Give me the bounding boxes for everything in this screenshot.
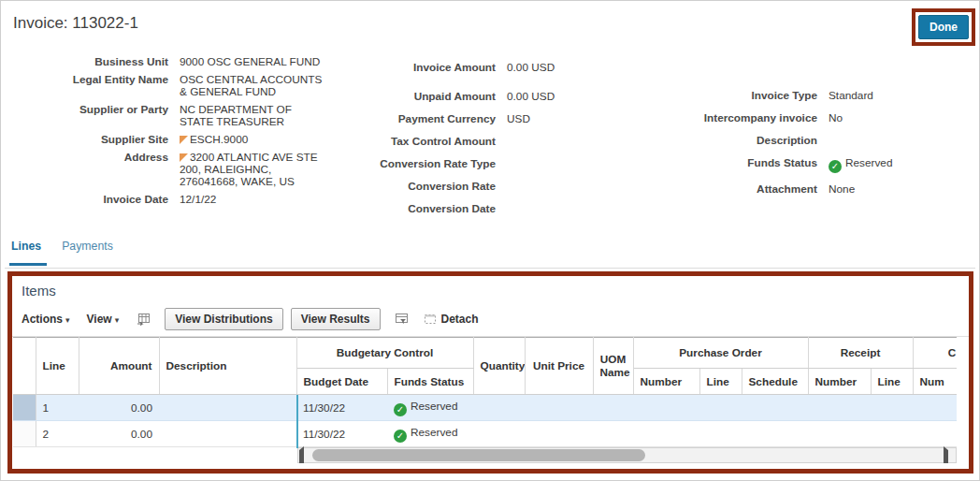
field-label: Tax Control Amount: [339, 136, 496, 148]
field-label: Conversion Rate Type: [339, 158, 496, 170]
row-selector-cell[interactable]: [13, 395, 36, 421]
cell-unit-price: [525, 395, 593, 421]
col-header-amount[interactable]: Amount: [79, 338, 159, 395]
cell-po-line: [699, 395, 742, 421]
field-business-unit: Business Unit 9000 OSC GENERAL FUND: [11, 56, 339, 68]
group-header-consumption: C: [913, 338, 957, 369]
field-value: OSC CENTRAL ACCOUNTS & GENERAL FUND: [180, 74, 324, 98]
field-unpaid-amount: Unpaid Amount 0.00 USD: [339, 91, 619, 103]
view-distributions-button[interactable]: View Distributions: [165, 308, 282, 330]
col-header-quantity[interactable]: Quantity: [473, 338, 525, 395]
field-address: Address 3200 ATLANTIC AVE STE 200, RALEI…: [11, 152, 339, 188]
col-header-receipt-number[interactable]: Number: [808, 369, 871, 395]
done-button[interactable]: Done: [918, 15, 969, 39]
col-header-receipt-line[interactable]: Line: [871, 369, 913, 395]
col-header-consumption-number[interactable]: Num: [913, 369, 957, 395]
row-selector-cell[interactable]: [13, 421, 36, 447]
invoice-page: Invoice: 113022-1 Done Business Unit 900…: [0, 0, 980, 481]
chevron-down-icon: ▾: [115, 315, 120, 325]
col-header-po-line[interactable]: Line: [699, 369, 742, 395]
row-selector-header: [13, 338, 36, 395]
col-header-funds-status[interactable]: Funds Status: [387, 369, 473, 395]
field-description: Description: [666, 135, 965, 147]
col-header-line[interactable]: Line: [36, 338, 79, 395]
field-conversion-date: Conversion Date: [339, 203, 619, 215]
field-label: Invoice Amount: [339, 62, 496, 74]
cell-unit-price: [525, 421, 593, 447]
frozen-columns-divider[interactable]: [296, 395, 298, 448]
query-by-example-icon[interactable]: [394, 312, 410, 327]
col-header-unit-price[interactable]: Unit Price: [525, 338, 593, 395]
items-panel-title: Items: [22, 283, 969, 299]
cell-line: 1: [36, 395, 79, 421]
horizontal-scrollbar[interactable]: [297, 447, 957, 463]
field-label: Conversion Rate: [339, 181, 496, 193]
cell-amount: 0.00: [79, 421, 159, 447]
col-header-po-schedule[interactable]: Schedule: [742, 369, 808, 395]
field-value: NC DEPARTMENT OF STATE TREASURER: [180, 104, 324, 128]
scrollbar-thumb[interactable]: [312, 449, 645, 461]
field-value: Standard: [829, 90, 873, 102]
view-menu[interactable]: View▾: [87, 313, 120, 326]
summary-right-column: Invoice Type Standard Intercompany invoi…: [666, 90, 965, 206]
chevron-down-icon: ▾: [65, 315, 70, 325]
field-tax-control-amount: Tax Control Amount: [339, 136, 619, 148]
field-label: Unpaid Amount: [339, 91, 496, 103]
field-funds-status: Funds Status ✓Reserved: [666, 157, 965, 173]
field-value: None: [829, 183, 855, 196]
view-results-button[interactable]: View Results: [291, 308, 381, 330]
check-circle-icon: ✓: [829, 160, 842, 173]
col-header-description[interactable]: Description: [159, 338, 296, 395]
cell-description: [159, 421, 296, 447]
tab-payments[interactable]: Payments: [62, 240, 113, 260]
cell-funds-status: ✓Reserved: [387, 421, 473, 447]
field-label: Supplier Site: [11, 134, 168, 146]
field-value: 0.00 USD: [507, 91, 555, 103]
tab-lines[interactable]: Lines: [11, 240, 41, 260]
field-invoice-type: Invoice Type Standard: [666, 90, 965, 102]
group-header-purchase-order: Purchase Order: [633, 338, 808, 369]
cell-consumption-number: [913, 395, 957, 421]
field-payment-currency: Payment Currency USD: [339, 113, 619, 125]
table-row[interactable]: 1 0.00 11/30/22 ✓Reserved: [13, 395, 957, 421]
scroll-left-arrow[interactable]: [299, 450, 310, 461]
field-label: Description: [666, 135, 817, 147]
items-table: Line Amount Description Budgetary Contro…: [13, 337, 957, 447]
col-header-budget-date[interactable]: Budget Date: [296, 369, 387, 395]
corner-flag-icon: [180, 136, 188, 144]
export-to-excel-icon[interactable]: [136, 312, 151, 327]
detach-icon[interactable]: [423, 312, 438, 327]
cell-receipt-line: [871, 421, 913, 447]
detach-label[interactable]: Detach: [441, 313, 479, 326]
field-value: USD: [507, 113, 530, 125]
field-label: Funds Status: [666, 157, 817, 173]
field-invoice-amount: Invoice Amount 0.00 USD: [339, 62, 619, 74]
group-header-receipt: Receipt: [808, 338, 913, 369]
field-label: Address: [11, 152, 168, 188]
items-toolbar: Actions▾ View▾ View Distributions View R…: [22, 307, 969, 331]
summary-left-column: Business Unit 9000 OSC GENERAL FUND Lega…: [11, 56, 339, 211]
table-row[interactable]: 2 0.00 11/30/22 ✓Reserved: [13, 421, 957, 447]
scroll-right-arrow[interactable]: [944, 450, 955, 461]
done-annotation-box: Done: [912, 8, 975, 46]
field-attachment: Attachment None: [666, 183, 965, 196]
actions-menu[interactable]: Actions▾: [22, 313, 70, 326]
field-label: Legal Entity Name: [11, 74, 168, 98]
field-supplier-site: Supplier Site ESCH.9000: [11, 134, 339, 146]
field-label: Invoice Date: [11, 194, 168, 206]
cell-line: 2: [36, 421, 79, 447]
cell-amount: 0.00: [79, 395, 159, 421]
field-conversion-rate-type: Conversion Rate Type: [339, 158, 619, 170]
tab-bar: Lines Payments: [11, 240, 113, 260]
field-value: No: [829, 112, 843, 124]
field-legal-entity-name: Legal Entity Name OSC CENTRAL ACCOUNTS &…: [11, 74, 339, 98]
cell-po-schedule: [742, 421, 808, 447]
tab-content-divider: [5, 268, 975, 269]
cell-uom-name: [593, 421, 633, 447]
col-header-uom-name[interactable]: UOM Name: [593, 338, 633, 395]
cell-consumption-number: [913, 421, 957, 447]
field-value: ESCH.9000: [180, 134, 324, 146]
col-header-po-number[interactable]: Number: [633, 369, 699, 395]
cell-budget-date: 11/30/22: [296, 421, 387, 447]
items-table-header: Line Amount Description Budgetary Contro…: [13, 338, 957, 395]
